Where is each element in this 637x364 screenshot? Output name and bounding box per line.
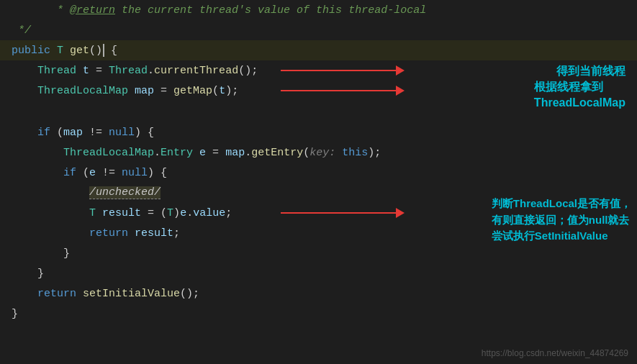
comment-line-2: */	[0, 20, 637, 40]
class-thread: Thread	[109, 65, 148, 77]
suppressed-warning: /unchecked/	[89, 186, 161, 199]
type-cast: T	[167, 207, 173, 219]
var-t: t	[83, 65, 89, 77]
type-T2: T	[89, 207, 96, 219]
arrow-2	[281, 86, 405, 96]
arrow-head-1	[396, 65, 405, 76]
var-result2: result	[135, 227, 173, 240]
close-brace-if: }	[0, 263, 637, 283]
var-e: e	[199, 147, 206, 159]
method-getmap: getMap	[173, 85, 212, 97]
code-container: * @return the current thread's value of …	[0, 0, 637, 364]
param-hint-key: key:	[310, 147, 335, 159]
comment-line-1: * @return the current thread's value of …	[0, 0, 637, 20]
return-result-line: return result ;	[0, 223, 637, 243]
arrow-1	[281, 65, 405, 76]
var-e3: e	[180, 207, 186, 219]
method-currentthread: currentThread	[154, 65, 238, 77]
var-map3: map	[225, 147, 245, 159]
method-setinitial: setInitialValue	[83, 288, 180, 300]
var-map: map	[135, 85, 154, 97]
type-entry: ThreadLocalMap	[63, 147, 154, 159]
arrow-head-2	[396, 86, 405, 96]
param-t: t	[219, 85, 225, 97]
if-e-line: if ( e != null ) {	[0, 163, 637, 183]
keyword-return2: return	[37, 288, 76, 300]
keyword-if: if	[37, 127, 50, 139]
return-initial-line: return setInitialValue ();	[0, 283, 637, 304]
arrow-line-1	[281, 70, 396, 71]
if-map-line: if ( map != null ) {	[0, 122, 637, 142]
arrow-3	[281, 208, 405, 218]
public-method-line: public T get () {	[0, 40, 637, 60]
close-brace-inner: }	[0, 243, 637, 263]
entry-line: ThreadLocalMap . Entry e = map . getEntr…	[0, 142, 637, 163]
threadlocalmap-line: ThreadLocalMap map = getMap ( t ); 根据线程拿…	[0, 81, 637, 101]
type-T: T	[57, 45, 63, 57]
keyword-public: public	[12, 45, 50, 57]
keyword-null: null	[109, 127, 135, 139]
annotation-2: 根据线程拿到 ThreadLocalMap	[534, 79, 625, 112]
method-getentry: getEntry	[251, 147, 303, 159]
var-map2: map	[63, 127, 83, 139]
annotation-1: 得到当前线程	[556, 64, 625, 79]
keyword-this: this	[342, 147, 368, 159]
arrow-line-3	[281, 212, 396, 214]
arrow-line-2	[281, 90, 396, 91]
field-value: value	[193, 207, 225, 219]
keyword-if2: if	[63, 167, 76, 179]
method-get: get	[70, 45, 89, 57]
comment-close: */	[12, 24, 31, 37]
arrow-head-3	[396, 208, 405, 218]
result-line: T result = ( T ) e . value ; 判断ThreadLoc…	[0, 203, 637, 223]
type-thread: Thread	[37, 65, 76, 77]
close-brace-method: }	[0, 304, 637, 324]
type-entry2: Entry	[161, 147, 193, 159]
var-e2: e	[89, 167, 96, 179]
type-threadlocalmap: ThreadLocalMap	[37, 85, 128, 97]
watermark: https://blog.csdn.net/weixin_44874269	[482, 348, 628, 358]
thread-line: Thread t = Thread . currentThread (); 得到…	[0, 60, 637, 81]
keyword-null2: null	[122, 167, 148, 179]
keyword-return: return	[89, 227, 128, 240]
var-result: result	[102, 207, 141, 219]
